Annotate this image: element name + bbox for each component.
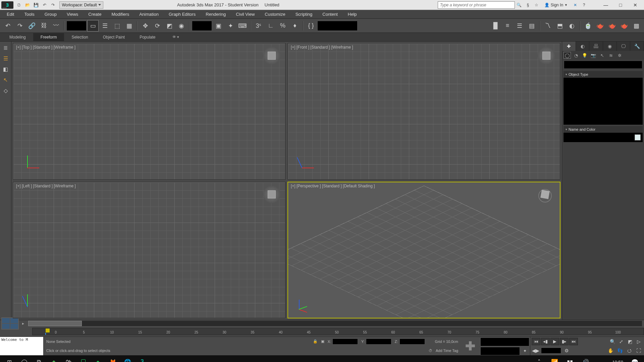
move-button[interactable]: ✥	[140, 20, 151, 32]
battery-icon[interactable]: ▮▮	[562, 355, 577, 362]
onedrive-icon[interactable]: ☁	[593, 355, 608, 362]
cameras-icon[interactable]: 📷	[590, 52, 597, 59]
snap-toggle-button[interactable]: 3ˢ	[253, 20, 264, 32]
cortana-icon[interactable]: ◯	[17, 355, 32, 362]
favorite-icon[interactable]: ☆	[532, 1, 541, 9]
viewport-front[interactable]: [+] [Front ] [Standard ] [Wireframe ]	[287, 43, 560, 180]
viewport-front-label[interactable]: [+] [Front ] [Standard ] [Wireframe ]	[291, 45, 353, 50]
ribbon-tab-populate[interactable]: Populate	[132, 33, 163, 41]
systems-icon[interactable]: ✲	[616, 52, 623, 59]
hierarchy-tab[interactable]: 品	[589, 42, 603, 51]
percent-snap-button[interactable]: %	[277, 20, 288, 32]
fov-icon[interactable]: ▷	[635, 338, 643, 345]
set-key-button[interactable]	[480, 347, 520, 355]
tray-expand-icon[interactable]: ˄	[532, 355, 546, 362]
redo-icon[interactable]: ↷	[49, 1, 57, 9]
pan-icon[interactable]: ✋	[606, 347, 614, 354]
animation-set-key-button[interactable]: ✚	[462, 338, 478, 354]
app-icon-1[interactable]: ◆	[46, 355, 61, 362]
orbit-icon[interactable]: ⭯	[625, 347, 633, 354]
chrome-icon[interactable]: 🌐	[120, 355, 135, 362]
toggle-layer-button[interactable]: ▤	[526, 20, 537, 32]
select-by-name-button[interactable]: ☰	[99, 20, 111, 32]
utilities-tab[interactable]: 🔧	[630, 42, 644, 51]
key-filters-icon[interactable]: ✦	[521, 347, 529, 355]
keyboard-shortcut-button[interactable]: ⌨	[237, 20, 248, 32]
minimize-button[interactable]: —	[598, 0, 613, 10]
menu-animation[interactable]: Animation	[135, 10, 163, 18]
time-slider[interactable]	[28, 321, 642, 326]
current-frame-input[interactable]	[541, 348, 561, 354]
ribbon-expand-icon[interactable]: 👁 ▾	[168, 35, 183, 39]
menu-help[interactable]: Help	[343, 10, 362, 18]
create-tab[interactable]: ✚	[562, 42, 576, 51]
notifications-icon[interactable]: 💬	[627, 355, 642, 362]
viewcube-icon[interactable]	[536, 186, 554, 205]
render-frame-button[interactable]: 🫖	[594, 20, 606, 32]
undo-icon[interactable]: ↶	[41, 1, 48, 9]
layers-icon[interactable]: ☰	[1, 54, 10, 63]
placement-button[interactable]: ◉	[176, 20, 187, 32]
lights-icon[interactable]: 💡	[581, 52, 588, 59]
schematic-view-button[interactable]: ⬒	[554, 20, 566, 32]
explorer-toggle-icon[interactable]: ≣	[1, 43, 10, 52]
menu-scripting[interactable]: Scripting	[291, 10, 317, 18]
refcoord-dropdown[interactable]	[192, 21, 212, 31]
taskview-icon[interactable]: ⧉	[32, 355, 46, 362]
display-icon[interactable]: ◧	[1, 64, 10, 74]
timeline-ruler[interactable]: 0 5 10 15 20 25 30 35 40 45 50 55 60 65 …	[32, 328, 644, 335]
new-icon[interactable]: 🗋	[15, 1, 23, 9]
geometry-icon[interactable]: ◯	[564, 52, 571, 59]
workspace-dropdown[interactable]: Workspace: Default	[59, 1, 103, 9]
time-tag-icon[interactable]: ⏱	[429, 349, 432, 353]
viewport-perspective[interactable]: [+] [Perspective ] [Standard ] [Default …	[287, 182, 560, 319]
angle-snap-button[interactable]: ∟	[265, 20, 276, 32]
start-button[interactable]: ⊞	[2, 355, 17, 362]
object-color-swatch[interactable]	[635, 134, 641, 140]
menu-create[interactable]: Create	[84, 10, 106, 18]
time-settings-icon[interactable]: ⚙	[562, 347, 571, 354]
isolate-icon[interactable]: ▣	[321, 339, 324, 344]
shapes-icon[interactable]: ◔	[572, 52, 580, 59]
auto-key-button[interactable]	[480, 338, 529, 346]
pivot-center-button[interactable]: ▣	[213, 20, 224, 32]
selection-filter-dropdown[interactable]	[66, 21, 87, 31]
ribbon-tab-objectpaint[interactable]: Object Paint	[96, 33, 132, 41]
rotate-button[interactable]: ⟳	[152, 20, 163, 32]
wifi-icon[interactable]: 📶	[547, 355, 562, 362]
rollout-name-color[interactable]: Name and Color	[564, 126, 643, 133]
menu-graph-editors[interactable]: Graph Editors	[164, 10, 200, 18]
open-icon[interactable]: 📂	[24, 1, 31, 9]
named-selection-dropdown[interactable]	[317, 21, 358, 31]
mirror-button[interactable]: ▐▌	[490, 20, 501, 32]
lock-selection-icon[interactable]: 🔒	[313, 339, 318, 344]
add-time-tag[interactable]: Add Time Tag	[436, 349, 458, 353]
menu-modifiers[interactable]: Modifiers	[107, 10, 134, 18]
walk-icon[interactable]: 👣	[616, 347, 624, 354]
rollout-object-type[interactable]: Object Type	[564, 71, 643, 78]
render-production-button[interactable]: 🫖	[619, 20, 630, 32]
search-icon[interactable]: 🔍	[515, 1, 524, 9]
viewport-top-label[interactable]: [+] [Top ] [Standard ] [Wireframe ]	[16, 45, 75, 50]
curve-editor-button[interactable]: 〽	[542, 20, 553, 32]
motion-tab[interactable]: ◉	[603, 42, 617, 51]
maximize-button[interactable]: □	[613, 0, 628, 10]
menu-views[interactable]: Views	[62, 10, 83, 18]
viewport-top[interactable]: [+] [Top ] [Standard ] [Wireframe ]	[13, 43, 286, 180]
menu-rendering[interactable]: Rendering	[201, 10, 230, 18]
helpers-icon[interactable]: ↖	[598, 52, 606, 59]
select-object-button[interactable]: ▭	[87, 20, 99, 32]
material-editor-button[interactable]: ◐	[566, 20, 578, 32]
menu-customize[interactable]: Customize	[260, 10, 290, 18]
render-a360-button[interactable]: 🫖	[606, 20, 618, 32]
taskbar-clock[interactable]: 19:59	[609, 360, 627, 362]
ribbon-tab-freeform[interactable]: Freeform	[33, 33, 64, 41]
volume-icon[interactable]: 🔊	[578, 355, 593, 362]
time-slider-handle[interactable]	[28, 321, 82, 326]
hide-icon[interactable]: ◇	[1, 86, 10, 95]
goto-start-button[interactable]: ⏮	[532, 338, 540, 345]
viewcube-icon[interactable]	[263, 186, 280, 203]
time-config-icon[interactable]: ◀▶	[532, 347, 540, 354]
menu-group[interactable]: Group	[40, 10, 61, 18]
modify-tab[interactable]: ◐	[576, 42, 590, 51]
